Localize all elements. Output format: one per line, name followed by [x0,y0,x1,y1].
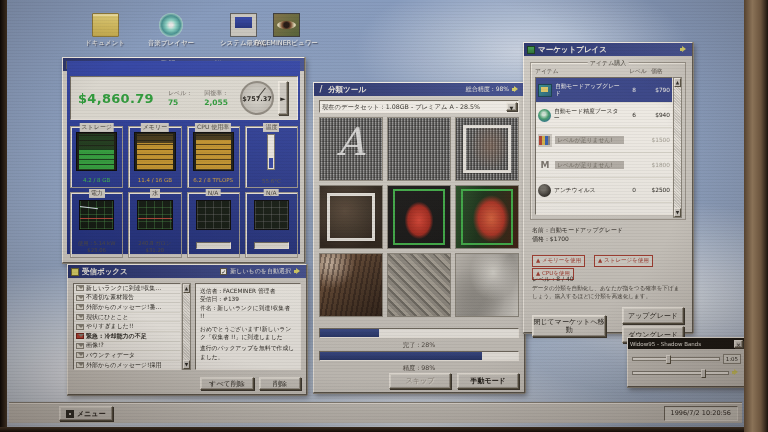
slider-thumb[interactable] [701,369,706,378]
message-date: 受信日 : #139 [200,295,296,303]
item-description: データの分類を自動化し、あなたが指をつる確率を下げましょう。購入するほどに分類を… [532,284,684,300]
image-tile-crowd[interactable] [387,253,451,317]
shop-row-selected[interactable]: 自動モードアップグレード 8 $790 [536,78,672,103]
seek-slider[interactable] [632,357,720,361]
skip-button[interactable]: スキップ [389,373,451,389]
water-readout: 240.8 ガロン $31.20 [129,240,180,254]
image-tile-noise-selected[interactable] [455,117,519,181]
list-item[interactable]: 現状にひとこと [74,313,180,323]
shop-row-locked[interactable]: M レベルが足りません! $1800 [536,153,672,178]
inbox-title-bar[interactable]: 受信ボックス ✓ 新しいものを自動選択 [68,265,306,278]
scroll-down-icon[interactable]: ▼ [674,208,681,217]
list-item[interactable]: 不適切な素材報告 [74,294,180,304]
image-grid: A [319,117,519,317]
desktop-icon-faceminer-viewer[interactable]: FACEMINERビュワー [250,13,322,48]
speaker-icon[interactable] [732,369,741,376]
seek-row: 1:05 [628,349,744,366]
slider-thumb[interactable] [666,355,671,364]
selection-frame [327,193,375,241]
close-icon[interactable]: × [734,340,743,348]
shop-row-locked[interactable]: レベルが足りません! $1500 [536,128,672,153]
list-item[interactable]: やりすぎました!! [74,322,180,332]
power-readout: 使用 : 5.14 kW $23.06 [71,240,122,254]
mail-icon [76,314,84,320]
classify-icon: / [317,86,325,94]
list-item[interactable]: 画像!? [74,342,180,352]
desktop-icon-documents[interactable]: ドキュメント [74,13,136,48]
desktop-icon-label: FACEMINERビュワー [250,39,322,48]
close-to-market-button[interactable]: 閉じてマーケットへ移動 [532,315,606,337]
gauge-value: $757.37 [236,95,278,103]
player-title-bar[interactable]: Widow95 - Shadow Bands × [628,338,744,349]
image-tile-face-thermal[interactable] [387,185,451,249]
memory-value: 11.4 / 16 GB [129,177,180,184]
alert-mail-icon [76,333,84,339]
marketplace-window: マーケットプレイス アイテム購入 アイテム レベル 価格 自動モードアップグレー… [523,42,693,333]
image-tile-grayscale[interactable] [455,253,519,317]
balance-value: $4,860.79 [78,91,154,106]
speaker-icon[interactable] [512,86,521,93]
list-item[interactable]: 新しいランクに到達!収集… [74,284,180,294]
speaker-icon[interactable] [680,46,689,53]
letter-a-glyph: A [320,120,382,164]
temperature-fill [269,158,273,168]
mail-icon [76,295,84,301]
computer-icon [66,61,74,69]
scroll-up-icon[interactable]: ▲ [183,284,190,293]
mail-icon [76,285,84,291]
start-menu-button[interactable]: メニュー [59,406,113,421]
mail-icon [76,343,84,349]
image-tile-face-woman[interactable] [455,185,519,249]
shop-row[interactable]: 自動モード精度ブースター 6 $940 [536,103,672,128]
temperature-slider[interactable] [267,134,275,170]
marketplace-title-bar[interactable]: マーケットプレイス [524,43,692,56]
message-body: おめでとうございます!新しいランク「収集者 !!」に到達しました [200,325,296,342]
autoselect-label: 新しいものを自動選択 [230,267,291,276]
inbox-icon [71,268,79,276]
volume-slider[interactable] [632,371,729,375]
storage-label: ストレージ [79,123,114,132]
list-item[interactable]: 外部からのメッセージ!採用 [74,361,180,370]
message-from: 送信者 : FACEMINER 管理者 [200,287,296,295]
list-item[interactable]: バウンティデータ [74,351,180,361]
item-shop-groupbox: アイテム購入 アイテム レベル 価格 自動モードアップグレード 8 $790 [530,62,686,220]
upgrade-button[interactable]: アップグレード [622,307,684,324]
autoselect-checkbox[interactable]: ✓ [220,268,227,275]
shop-row[interactable]: アンチウイルス 0 $2500 [536,178,672,203]
image-tile-dark-selected[interactable] [319,185,383,249]
shop-scrollbar[interactable]: ▲ ▼ [673,77,682,218]
power-label: 電力 [89,189,105,198]
bars-item-icon [538,134,552,147]
delete-button[interactable]: 削除 [259,377,301,390]
image-tile-hair[interactable] [319,253,383,317]
inbox-message-list: 新しいランクに到達!収集… 不適切な素材報告 外部からのメッセージ!番… 現状に… [73,283,181,370]
hardware-title-bar[interactable]: ハードウェア・インフラ監視システム : 詳細 [63,58,304,71]
message-body: 進行のバックアップを無料で作成しました。 [200,344,296,361]
gauge-expand-button[interactable]: ► [278,81,288,115]
monitor-bezel-left [0,0,7,432]
mail-icon [76,362,84,368]
chevron-down-icon[interactable]: ▼ [506,102,517,111]
scroll-down-icon[interactable]: ▼ [183,360,190,369]
scroll-up-icon[interactable]: ▲ [674,78,681,87]
image-tile-noise[interactable] [387,117,451,181]
window-title: 受信ボックス [82,267,128,277]
desktop-icon-music-player[interactable]: 音楽プレイヤー [140,13,202,48]
na-label: N/A [206,189,221,196]
delete-all-button[interactable]: すべて削除 [200,377,254,390]
list-item[interactable]: 外部からのメッセージ!番… [74,303,180,313]
utility-panel-locked-1: N/A [187,192,240,258]
cpu-value: 6.2 / 8 TFLOPS [188,177,239,184]
speaker-icon[interactable] [294,268,303,275]
storage-fill [79,149,114,169]
inbox-list-scrollbar[interactable]: ▲ ▼ [182,283,191,370]
level-stat: レベル : 75 [168,88,190,108]
classify-title-bar[interactable]: / 分類ツール 総合精度 : 98% [314,83,524,96]
progress-fill [320,329,379,337]
manual-mode-button[interactable]: 手動モード [457,373,519,389]
use-storage-button[interactable]: ▲ ストレージを使用 [594,255,653,267]
dataset-dropdown[interactable]: 現在のデータセット : 1.08GB - プレミアム A - 28.5% ▼ [319,100,519,113]
image-tile-noise-a[interactable]: A [319,117,383,181]
list-item-alert[interactable]: 緊急 : 冷却能力の不足 [74,332,180,342]
cd-icon [159,13,183,37]
